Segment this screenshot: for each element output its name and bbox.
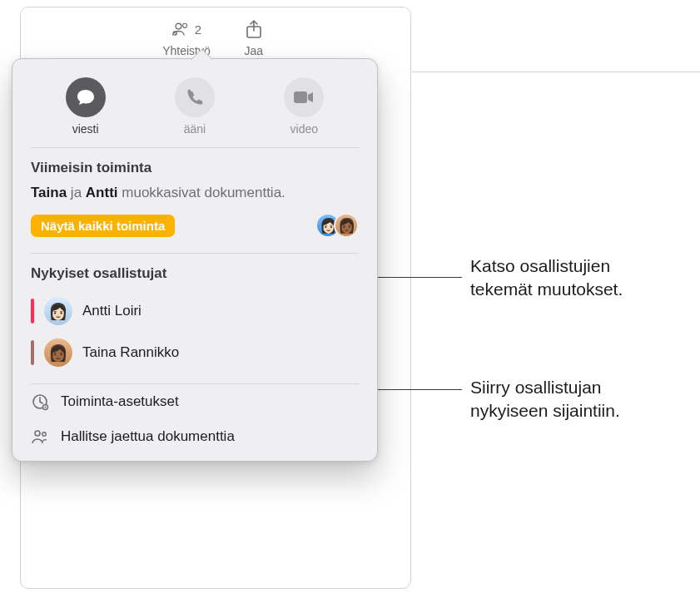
show-all-activity-button[interactable]: Näytä kaikki toiminta [31,215,175,237]
video-button[interactable]: video [284,77,324,136]
message-button[interactable]: viesti [66,77,106,136]
participant-item[interactable]: 👩🏻 Antti Loiri [31,290,359,332]
activity-name-1: Taina [31,185,67,200]
audio-button[interactable]: ääni [175,77,215,136]
svg-point-9 [42,432,46,436]
activity-name-2: Antti [86,185,118,200]
share-icon [239,17,269,41]
gear-clock-icon [31,393,49,411]
audio-label: ääni [184,122,206,136]
activity-summary: Taina ja Antti muokkasivat dokumenttia. [31,185,359,201]
callout-text-changes: Katso osallistujien tekemät muutokset. [470,254,623,302]
communication-row: viesti ääni video [12,59,377,147]
toolbar: 2 Yhteistyö Jaa [21,7,410,61]
avatar: 👩🏾 [44,339,72,367]
people-icon [31,427,49,446]
collaboration-popover: viesti ääni video Viimeisin toiminta Tai… [12,58,378,462]
activity-settings-label: Toiminta-asetukset [61,393,179,410]
participants-section: Nykyiset osallistujat 👩🏻 Antti Loiri 👩🏾 … [12,254,377,377]
activity-section: Viimeisin toiminta Taina ja Antti muokka… [12,148,377,253]
manage-shared-button[interactable]: Hallitse jaettua dokumenttia [12,419,377,461]
message-icon [66,77,106,117]
toolbar-share-label: Jaa [245,44,264,57]
video-label: video [290,122,318,136]
participant-color [31,340,34,365]
svg-point-7 [45,407,47,408]
video-icon [284,77,324,117]
avatar: 👩🏾 [334,213,359,238]
phone-icon [175,77,215,117]
participant-name: Taina Rannikko [82,344,179,361]
avatar: 👩🏻 [44,297,72,325]
svg-point-0 [176,23,181,29]
activity-avatars: 👩🏻 👩🏾 [315,213,359,238]
collab-count-badge: 2 [195,22,201,37]
svg-point-1 [183,23,187,27]
participants-heading: Nykyiset osallistujat [31,265,359,282]
callout-text-location: Siirry osallistujan nykyiseen sijaintiin… [470,376,620,423]
manage-shared-label: Hallitse jaettua dokumenttia [61,428,235,445]
toolbar-share-button[interactable]: Jaa [239,17,269,57]
collaborate-icon: 2 [171,17,201,41]
activity-heading: Viimeisin toiminta [31,160,359,176]
participant-item[interactable]: 👩🏾 Taina Rannikko [31,332,359,373]
svg-rect-4 [294,91,307,103]
participant-color [31,299,34,324]
frame-edge [412,72,700,72]
svg-point-8 [35,431,40,436]
activity-settings-button[interactable]: Toiminta-asetukset [12,384,377,419]
participant-name: Antti Loiri [82,303,141,319]
message-label: viesti [72,122,99,136]
